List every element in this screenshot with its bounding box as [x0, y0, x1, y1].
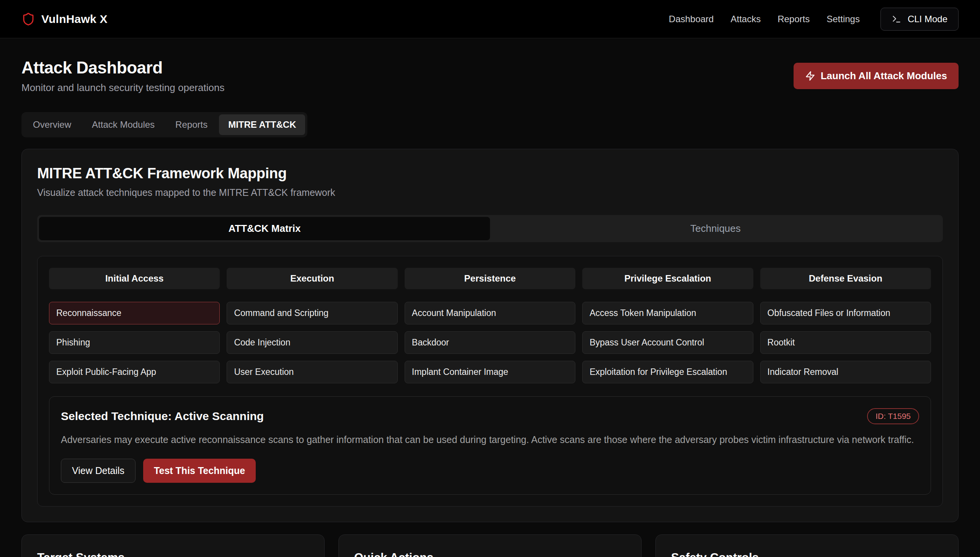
dashboard-tab-list: Overview Attack Modules Reports MITRE AT… — [21, 112, 307, 137]
tab-overview[interactable]: Overview — [24, 114, 80, 135]
technique-cell[interactable]: Exploit Public-Facing App — [49, 361, 220, 383]
selected-technique-description: Adversaries may execute active reconnais… — [61, 433, 919, 447]
matrix-column-persistence: Persistence Account Manipulation Backdoo… — [405, 268, 575, 383]
attck-matrix-grid: Initial Access Reconnaissance Phishing E… — [49, 268, 931, 383]
tab-reports[interactable]: Reports — [166, 114, 217, 135]
technique-cell[interactable]: Indicator Removal — [760, 361, 931, 383]
column-header: Execution — [227, 268, 397, 289]
mitre-framework-card: MITRE ATT&CK Framework Mapping Visualize… — [21, 149, 959, 522]
column-header: Initial Access — [49, 268, 220, 289]
quick-actions-card: Quick Actions — [338, 534, 642, 557]
nav-item-reports[interactable]: Reports — [777, 14, 810, 24]
bottom-cards-row: Target Systems Quick Actions Safety Cont… — [21, 534, 959, 557]
technique-cell[interactable]: Bypass User Account Control — [582, 331, 753, 354]
lightning-bolt-icon — [805, 71, 815, 81]
view-tab-attck-matrix[interactable]: ATT&CK Matrix — [39, 217, 490, 240]
column-header: Persistence — [405, 268, 575, 289]
technique-cell[interactable]: User Execution — [227, 361, 397, 383]
column-header: Privilege Escalation — [582, 268, 753, 289]
page-header: Attack Dashboard Monitor and launch secu… — [21, 58, 959, 94]
technique-cell[interactable]: Backdoor — [405, 331, 575, 354]
technique-cell[interactable]: Obfuscated Files or Information — [760, 302, 931, 324]
launch-button-label: Launch All Attack Modules — [821, 70, 947, 82]
quick-actions-title: Quick Actions — [354, 551, 626, 557]
matrix-column-defense-evasion: Defense Evasion Obfuscated Files or Info… — [760, 268, 931, 383]
technique-cell[interactable]: Rootkit — [760, 331, 931, 354]
technique-cell[interactable]: Command and Scripting — [227, 302, 397, 324]
safety-controls-card: Safety Controls — [655, 534, 959, 557]
nav-item-attacks[interactable]: Attacks — [730, 14, 761, 24]
matrix-column-initial-access: Initial Access Reconnaissance Phishing E… — [49, 268, 220, 383]
technique-cell-selected[interactable]: Reconnaissance — [49, 302, 220, 324]
tab-mitre-attck[interactable]: MITRE ATT&CK — [219, 114, 305, 135]
top-nav-bar: VulnHawk X Dashboard Attacks Reports Set… — [0, 0, 980, 38]
technique-cell[interactable]: Exploitation for Privilege Escalation — [582, 361, 753, 383]
column-header: Defense Evasion — [760, 268, 931, 289]
view-tab-techniques[interactable]: Techniques — [490, 217, 941, 240]
mitre-card-subtitle: Visualize attack techniques mapped to th… — [37, 187, 943, 198]
selected-technique-header: Selected Technique: Active Scanning ID: … — [61, 408, 919, 424]
matrix-column-execution: Execution Command and Scripting Code Inj… — [227, 268, 397, 383]
main-content: Attack Dashboard Monitor and launch secu… — [0, 38, 980, 557]
brand-name: VulnHawk X — [41, 13, 108, 26]
safety-controls-title: Safety Controls — [671, 551, 943, 557]
launch-all-attack-modules-button[interactable]: Launch All Attack Modules — [794, 63, 959, 89]
tab-attack-modules[interactable]: Attack Modules — [83, 114, 164, 135]
technique-cell[interactable]: Account Manipulation — [405, 302, 575, 324]
matrix-column-privilege-escalation: Privilege Escalation Access Token Manipu… — [582, 268, 753, 383]
selected-technique-panel: Selected Technique: Active Scanning ID: … — [49, 396, 931, 495]
cli-mode-button[interactable]: CLI Mode — [880, 8, 959, 31]
technique-cell[interactable]: Access Token Manipulation — [582, 302, 753, 324]
selected-technique-actions: View Details Test This Technique — [61, 459, 919, 483]
cli-mode-label: CLI Mode — [908, 14, 947, 24]
view-details-button[interactable]: View Details — [61, 459, 136, 483]
selected-technique-title: Selected Technique: Active Scanning — [61, 410, 264, 423]
target-systems-card: Target Systems — [21, 534, 325, 557]
mitre-view-toggle: ATT&CK Matrix Techniques — [37, 215, 943, 242]
terminal-icon — [892, 14, 902, 24]
brand[interactable]: VulnHawk X — [21, 12, 108, 26]
target-systems-title: Target Systems — [37, 551, 309, 557]
page-title: Attack Dashboard — [21, 58, 224, 77]
nav-item-settings[interactable]: Settings — [826, 14, 860, 24]
main-nav: Dashboard Attacks Reports Settings CLI M… — [669, 8, 959, 31]
attck-matrix-container: Initial Access Reconnaissance Phishing E… — [37, 256, 943, 507]
test-this-technique-button[interactable]: Test This Technique — [143, 459, 256, 483]
technique-cell[interactable]: Code Injection — [227, 331, 397, 354]
nav-item-dashboard[interactable]: Dashboard — [669, 14, 714, 24]
page-subtitle: Monitor and launch security testing oper… — [21, 82, 224, 94]
shield-logo-icon — [21, 12, 35, 26]
page-header-text: Attack Dashboard Monitor and launch secu… — [21, 58, 224, 94]
mitre-card-title: MITRE ATT&CK Framework Mapping — [37, 165, 943, 182]
technique-cell[interactable]: Phishing — [49, 331, 220, 354]
technique-id-badge: ID: T1595 — [867, 408, 919, 424]
technique-cell[interactable]: Implant Container Image — [405, 361, 575, 383]
